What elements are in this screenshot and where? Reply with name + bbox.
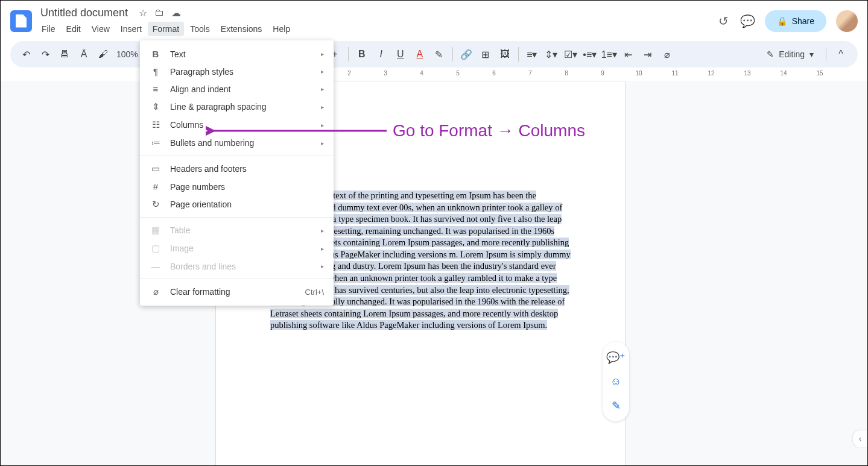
menu-page-numbers[interactable]: # Page numbers [140, 178, 334, 195]
redo-button[interactable]: ↷ [37, 46, 54, 63]
floating-tools: 💬⁺ ☺ ✎ [603, 342, 629, 421]
share-button[interactable]: 🔒 Share [765, 10, 826, 32]
cloud-icon[interactable]: ☁ [171, 7, 181, 19]
submenu-arrow-icon: ▸ [321, 122, 324, 128]
ruler-mark: 11 [657, 70, 693, 77]
bold-icon: B [150, 49, 162, 59]
bullet-list-button[interactable]: •≡▾ [581, 46, 598, 63]
menu-format[interactable]: Format [148, 22, 184, 36]
pencil-icon: ✎ [767, 49, 774, 59]
link-button[interactable]: 🔗 [458, 46, 475, 63]
submenu-arrow-icon: ▸ [321, 86, 324, 92]
numbered-list-button[interactable]: 1≡▾ [601, 46, 618, 63]
submenu-arrow-icon: ▸ [321, 104, 324, 110]
menu-edit[interactable]: Edit [62, 22, 86, 36]
ruler-mark: 15 [802, 70, 838, 77]
menu-label: Page orientation [170, 200, 232, 209]
editing-mode-button[interactable]: ✎ Editing ▾ [759, 46, 821, 63]
menu-table: ▦ Table ▸ [140, 221, 334, 239]
menu-file[interactable]: File [37, 22, 60, 36]
ruler-mark: 8 [548, 70, 584, 77]
headers-icon: ▭ [150, 163, 162, 174]
ruler-mark: 3 [367, 70, 404, 77]
menu-paragraph-styles[interactable]: ¶ Paragraph styles ▸ [140, 63, 334, 80]
move-icon[interactable]: 🗀 [154, 7, 164, 19]
menu-label: Text [170, 49, 186, 59]
side-panel-toggle[interactable]: ‹ [853, 430, 867, 447]
menu-columns[interactable]: ☷ Columns ▸ [140, 116, 334, 134]
menu-text[interactable]: B Text ▸ [140, 45, 334, 63]
bold-button[interactable]: B [353, 46, 370, 63]
menu-view[interactable]: View [87, 22, 115, 36]
paint-format-button[interactable]: 🖌 [95, 46, 112, 63]
menu-label: Clear formatting [170, 287, 230, 297]
highlight-button[interactable]: ✎ [431, 46, 448, 63]
menu-clear-formatting[interactable]: ⌀ Clear formatting Ctrl+\ [140, 283, 334, 301]
collapse-toolbar-button[interactable]: ^ [831, 45, 851, 64]
borders-icon: — [150, 261, 162, 271]
menu-help[interactable]: Help [268, 22, 295, 36]
suggest-edit-button[interactable]: ✎ [605, 395, 627, 417]
menu-separator [140, 156, 334, 156]
toolbar-separator [348, 47, 349, 61]
menu-line-spacing[interactable]: ⇕ Line & paragraph spacing ▸ [140, 98, 334, 116]
comments-icon[interactable]: 💬 [741, 14, 755, 28]
docs-logo-icon[interactable] [10, 10, 32, 32]
menu-label: Columns [170, 120, 203, 130]
checklist-button[interactable]: ☑▾ [562, 46, 579, 63]
submenu-arrow-icon: ▸ [321, 68, 324, 75]
text-color-button[interactable]: A [411, 46, 428, 63]
bullets-icon: ≔ [150, 137, 162, 148]
add-comment-button[interactable]: 💬⁺ [605, 347, 627, 368]
document-title[interactable]: Untitled document [37, 5, 131, 20]
orientation-icon: ↻ [150, 199, 162, 210]
image-button[interactable]: 🖼 [496, 46, 513, 63]
columns-icon: ☷ [150, 119, 162, 130]
menu-separator [140, 279, 334, 279]
line-spacing-icon: ⇕ [150, 101, 162, 112]
comment-button[interactable]: ⊞ [477, 46, 494, 63]
toolbar-separator [518, 47, 519, 61]
user-avatar[interactable] [836, 10, 858, 32]
app-header: Untitled document ☆ 🗀 ☁ File Edit View I… [1, 1, 867, 41]
ruler-mark: 5 [440, 70, 476, 77]
menu-insert[interactable]: Insert [116, 22, 147, 36]
menu-label: Paragraph styles [170, 67, 233, 77]
menu-headers-footers[interactable]: ▭ Headers and footers [140, 160, 334, 178]
menu-tools[interactable]: Tools [185, 22, 215, 36]
star-icon[interactable]: ☆ [139, 7, 147, 19]
line-spacing-button[interactable]: ⇕▾ [543, 46, 560, 63]
menu-label: Headers and footers [170, 164, 247, 174]
submenu-arrow-icon: ▸ [321, 227, 324, 234]
ruler-mark: 4 [404, 70, 440, 77]
print-button[interactable]: 🖶 [56, 46, 73, 63]
indent-decrease-button[interactable]: ⇤ [620, 46, 637, 63]
editing-label: Editing [779, 49, 805, 59]
spellcheck-button[interactable]: Ä [75, 46, 92, 63]
menu-bullets-numbering[interactable]: ≔ Bullets and numbering ▸ [140, 134, 334, 152]
menu-label: Bullets and numbering [170, 138, 254, 148]
menu-extensions[interactable]: Extensions [216, 22, 267, 36]
menu-label: Align and indent [170, 84, 230, 94]
format-dropdown-menu: B Text ▸ ¶ Paragraph styles ▸ ≡ Align an… [140, 40, 334, 306]
indent-increase-button[interactable]: ⇥ [639, 46, 656, 63]
undo-button[interactable]: ↶ [17, 46, 34, 63]
align-icon: ≡ [150, 84, 162, 94]
paragraph-icon: ¶ [150, 66, 162, 77]
menu-page-orientation[interactable]: ↻ Page orientation [140, 195, 334, 213]
underline-button[interactable]: U [392, 46, 409, 63]
ruler-mark: 12 [693, 70, 729, 77]
zoom-select[interactable]: 100% [114, 49, 141, 59]
menu-align-indent[interactable]: ≡ Align and indent ▸ [140, 80, 334, 98]
menu-label: Borders and lines [170, 262, 236, 271]
history-icon[interactable]: ↺ [717, 14, 731, 28]
menu-separator [140, 217, 334, 218]
italic-button[interactable]: I [373, 46, 390, 63]
document-area[interactable]: is simply dummy text of the printing and… [1, 81, 867, 466]
align-button[interactable]: ≡▾ [524, 46, 540, 63]
header-right: ↺ 💬 🔒 Share [717, 10, 858, 32]
clear-format-button[interactable]: ⌀ [659, 46, 676, 63]
emoji-react-button[interactable]: ☺ [605, 371, 627, 392]
page-numbers-icon: # [150, 181, 162, 192]
toolbar: ↶ ↷ 🖶 Ä 🖌 100% + B I U A ✎ 🔗 ⊞ 🖼 ≡▾ ⇕▾ ☑… [10, 41, 858, 68]
